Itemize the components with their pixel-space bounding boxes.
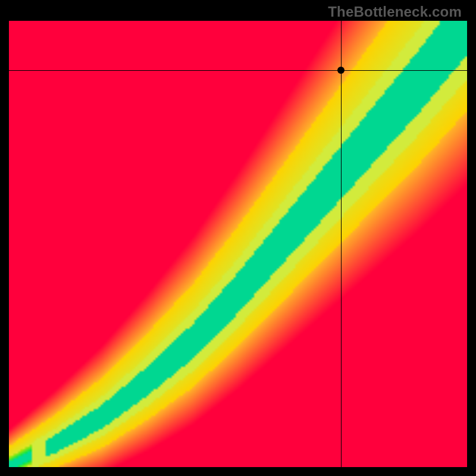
crosshair-horizontal <box>9 70 467 71</box>
watermark-text: TheBottleneck.com <box>328 4 462 20</box>
heatmap-canvas <box>9 21 467 467</box>
heatmap-plot <box>9 21 467 467</box>
crosshair-vertical <box>341 21 342 467</box>
selection-marker[interactable] <box>337 67 345 74</box>
